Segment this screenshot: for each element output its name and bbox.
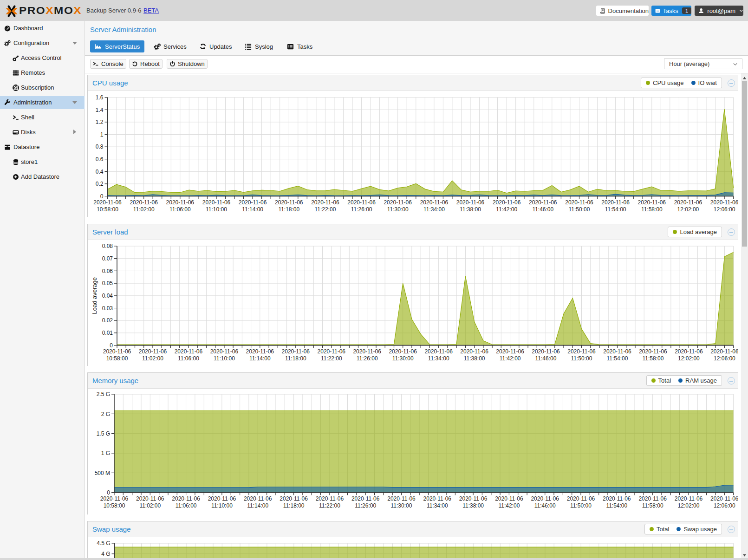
- svg-text:2.5 G: 2.5 G: [97, 391, 110, 397]
- svg-text:2020-11-06: 2020-11-06: [139, 348, 167, 355]
- svg-text:11:46:00: 11:46:00: [535, 355, 557, 362]
- svg-text:2020-11-06: 2020-11-06: [100, 495, 129, 502]
- svg-text:11:58:00: 11:58:00: [642, 502, 663, 509]
- svg-text:11:18:00: 11:18:00: [283, 502, 305, 509]
- svg-text:11:02:00: 11:02:00: [142, 355, 163, 362]
- svg-text:2020-11-06: 2020-11-06: [638, 495, 667, 502]
- svg-text:11:34:00: 11:34:00: [428, 355, 449, 362]
- svg-text:2020-11-06: 2020-11-06: [456, 199, 485, 206]
- svg-text:2020-11-06: 2020-11-06: [639, 348, 667, 355]
- svg-text:2020-11-06: 2020-11-06: [389, 348, 417, 355]
- svg-text:2020-11-06: 2020-11-06: [202, 199, 231, 206]
- svg-text:2020-11-06: 2020-11-06: [387, 495, 416, 502]
- svg-text:11:54:00: 11:54:00: [606, 502, 627, 509]
- svg-text:2020-11-06: 2020-11-06: [495, 495, 523, 502]
- svg-text:1.2: 1.2: [96, 119, 104, 125]
- svg-text:1 G: 1 G: [101, 450, 110, 456]
- svg-text:2020-11-06: 2020-11-06: [459, 495, 488, 502]
- svg-text:2020-11-06: 2020-11-06: [282, 348, 310, 355]
- svg-text:4.5 G: 4.5 G: [97, 540, 110, 547]
- svg-text:11:26:00: 11:26:00: [357, 355, 378, 362]
- svg-text:2020-11-06: 2020-11-06: [638, 199, 666, 206]
- svg-text:12:02:00: 12:02:00: [678, 502, 700, 509]
- svg-text:0.01: 0.01: [102, 330, 113, 336]
- svg-text:12:06:00: 12:06:00: [714, 206, 735, 213]
- svg-text:0.08: 0.08: [102, 243, 113, 249]
- svg-text:0.03: 0.03: [102, 305, 113, 312]
- svg-text:2020-11-06: 2020-11-06: [93, 199, 122, 206]
- svg-text:11:10:00: 11:10:00: [214, 355, 235, 362]
- svg-text:2020-11-06: 2020-11-06: [675, 495, 703, 502]
- svg-text:2020-11-06: 2020-11-06: [353, 348, 381, 355]
- svg-text:2020-11-06: 2020-11-06: [384, 199, 412, 206]
- svg-text:2020-11-06: 2020-11-06: [175, 348, 203, 355]
- svg-text:0.8: 0.8: [96, 143, 104, 150]
- svg-text:2020-11-06: 2020-11-06: [275, 199, 303, 206]
- svg-text:11:42:00: 11:42:00: [496, 206, 517, 213]
- svg-text:2020-11-06: 2020-11-06: [244, 495, 272, 502]
- svg-text:2020-11-06: 2020-11-06: [603, 495, 631, 502]
- svg-text:2020-11-06: 2020-11-06: [710, 495, 738, 502]
- svg-text:11:34:00: 11:34:00: [427, 502, 448, 509]
- svg-text:2020-11-06: 2020-11-06: [601, 199, 630, 206]
- svg-text:2020-11-06: 2020-11-06: [239, 199, 267, 206]
- svg-text:2020-11-06: 2020-11-06: [423, 495, 452, 502]
- svg-text:2020-11-06: 2020-11-06: [347, 199, 376, 206]
- svg-text:2020-11-06: 2020-11-06: [351, 495, 380, 502]
- svg-text:2020-11-06: 2020-11-06: [166, 199, 195, 206]
- svg-text:2020-11-06: 2020-11-06: [208, 495, 236, 502]
- svg-text:11:02:00: 11:02:00: [139, 502, 161, 509]
- svg-text:2020-11-06: 2020-11-06: [420, 199, 449, 206]
- svg-text:12:02:00: 12:02:00: [677, 206, 699, 213]
- svg-text:11:38:00: 11:38:00: [462, 502, 484, 509]
- svg-text:2020-11-06: 2020-11-06: [565, 199, 593, 206]
- svg-text:2020-11-06: 2020-11-06: [246, 348, 274, 355]
- svg-text:2020-11-06: 2020-11-06: [531, 495, 559, 502]
- svg-text:11:14:00: 11:14:00: [242, 206, 263, 213]
- svg-text:11:58:00: 11:58:00: [642, 355, 663, 362]
- svg-text:1.4: 1.4: [96, 107, 104, 113]
- svg-text:2020-11-06: 2020-11-06: [496, 348, 524, 355]
- svg-text:2020-11-06: 2020-11-06: [603, 348, 631, 355]
- svg-text:11:02:00: 11:02:00: [133, 206, 155, 213]
- svg-text:11:42:00: 11:42:00: [500, 355, 521, 362]
- svg-text:11:50:00: 11:50:00: [569, 206, 590, 213]
- svg-text:1.5 G: 1.5 G: [97, 430, 110, 437]
- svg-text:11:30:00: 11:30:00: [392, 355, 414, 362]
- svg-text:2020-11-06: 2020-11-06: [675, 348, 703, 355]
- svg-text:11:54:00: 11:54:00: [607, 355, 628, 362]
- svg-text:2020-11-06: 2020-11-06: [103, 348, 131, 355]
- svg-text:2020-11-06: 2020-11-06: [493, 199, 521, 206]
- svg-text:2020-11-06: 2020-11-06: [567, 495, 595, 502]
- svg-text:500 M: 500 M: [95, 470, 110, 476]
- svg-text:2020-11-06: 2020-11-06: [316, 495, 344, 502]
- svg-text:11:38:00: 11:38:00: [464, 355, 485, 362]
- svg-text:11:22:00: 11:22:00: [319, 502, 340, 509]
- svg-text:0.6: 0.6: [96, 156, 104, 163]
- svg-text:4 G: 4 G: [101, 551, 110, 557]
- svg-text:2020-11-06: 2020-11-06: [532, 348, 560, 355]
- svg-text:12:06:00: 12:06:00: [714, 502, 735, 509]
- svg-text:0.02: 0.02: [102, 317, 113, 324]
- svg-text:2020-11-06: 2020-11-06: [172, 495, 200, 502]
- svg-text:0.2: 0.2: [96, 181, 104, 187]
- svg-text:11:06:00: 11:06:00: [176, 502, 197, 509]
- svg-text:0.05: 0.05: [102, 280, 113, 287]
- svg-text:0.06: 0.06: [102, 268, 113, 274]
- svg-text:2020-11-06: 2020-11-06: [674, 199, 702, 206]
- svg-text:11:18:00: 11:18:00: [278, 206, 299, 213]
- svg-text:12:06:00: 12:06:00: [714, 355, 735, 362]
- svg-text:1: 1: [100, 131, 104, 138]
- svg-text:0.4: 0.4: [96, 169, 104, 175]
- svg-text:11:22:00: 11:22:00: [314, 206, 336, 213]
- svg-text:2020-11-06: 2020-11-06: [130, 199, 158, 206]
- svg-text:11:14:00: 11:14:00: [249, 355, 271, 362]
- svg-text:2020-11-06: 2020-11-06: [210, 348, 239, 355]
- svg-text:11:30:00: 11:30:00: [387, 206, 409, 213]
- svg-text:0: 0: [107, 489, 110, 496]
- svg-text:11:22:00: 11:22:00: [321, 355, 342, 362]
- svg-text:2020-11-06: 2020-11-06: [710, 348, 738, 355]
- svg-text:11:26:00: 11:26:00: [351, 206, 372, 213]
- svg-text:11:30:00: 11:30:00: [391, 502, 412, 509]
- svg-text:11:50:00: 11:50:00: [570, 502, 592, 509]
